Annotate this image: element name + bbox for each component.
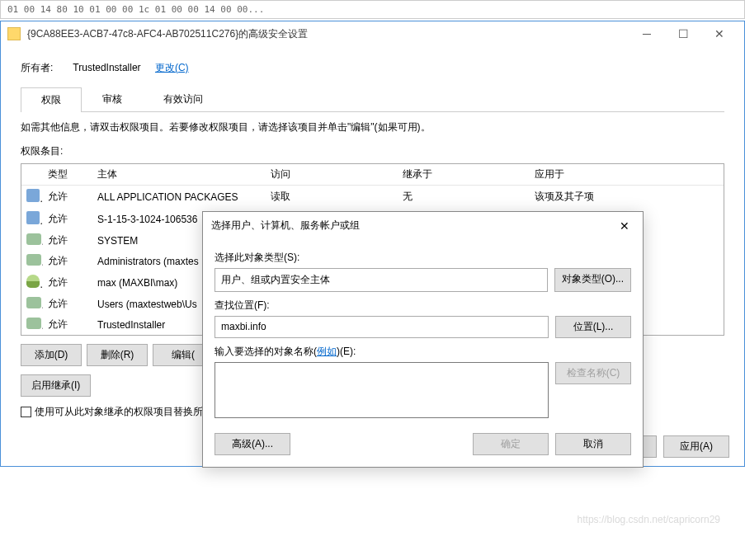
object-names-label: 输入要选择的对象名称(例如)(E): xyxy=(215,345,631,359)
close-button[interactable]: ✕ xyxy=(701,21,738,46)
window-title: {9CA88EE3-ACB7-47c8-AFC4-AB702511C276}的高… xyxy=(27,27,629,41)
advanced-button[interactable]: 高级(A)... xyxy=(215,433,290,455)
location-label: 查找位置(F): xyxy=(215,299,631,313)
change-owner-link[interactable]: 更改(C) xyxy=(155,62,189,73)
owner-value: TrustedInstaller xyxy=(73,62,140,73)
dialog-footer: 高级(A)... 确定 取消 xyxy=(215,433,631,455)
col-principal[interactable]: 主体 xyxy=(92,164,266,185)
dialog-titlebar: 选择用户、计算机、服务帐户或组 ✕ xyxy=(203,212,643,239)
object-type-label: 选择此对象类型(S): xyxy=(215,251,631,265)
col-access[interactable]: 访问 xyxy=(266,164,398,185)
cell-principal: ALL APPLICATION PACKAGES xyxy=(92,188,266,206)
cell-type: 允许 xyxy=(43,294,92,314)
col-icon xyxy=(21,164,43,185)
cell-access: 读取 xyxy=(266,186,398,207)
principal-icon xyxy=(26,233,41,245)
examples-link[interactable]: 例如 xyxy=(317,346,337,357)
principal-icon xyxy=(26,211,40,224)
dialog-title: 选择用户、计算机、服务帐户或组 xyxy=(211,219,615,233)
col-inherit[interactable]: 继承于 xyxy=(398,164,530,185)
table-row[interactable]: 允许ALL APPLICATION PACKAGES读取无该项及其子项 xyxy=(21,186,724,208)
apply-button[interactable]: 应用(A) xyxy=(663,435,729,458)
select-users-dialog: 选择用户、计算机、服务帐户或组 ✕ 选择此对象类型(S): 用户、组或内置安全主… xyxy=(202,211,644,467)
cell-inherit: 无 xyxy=(398,186,530,207)
tabs: 权限 审核 有效访问 xyxy=(21,87,724,112)
cell-type: 允许 xyxy=(43,230,92,251)
principal-icon xyxy=(26,254,41,266)
tab-effective-access[interactable]: 有效访问 xyxy=(143,87,224,111)
object-names-input[interactable] xyxy=(215,362,549,418)
remove-button[interactable]: 删除(R) xyxy=(87,344,148,366)
location-field: maxbi.info xyxy=(215,316,549,338)
check-names-button[interactable]: 检查名称(C) xyxy=(555,362,631,384)
background-strip: 01 00 14 80 10 01 00 00 1c 01 00 00 14 0… xyxy=(0,0,745,19)
principal-icon xyxy=(26,297,41,308)
enable-inherit-button[interactable]: 启用继承(I) xyxy=(21,374,91,397)
cell-type: 允许 xyxy=(43,272,92,293)
cell-type: 允许 xyxy=(43,209,92,229)
col-type[interactable]: 类型 xyxy=(43,164,92,185)
col-apply[interactable]: 应用于 xyxy=(530,164,724,185)
add-button[interactable]: 添加(D) xyxy=(21,344,82,366)
dialog-cancel-button[interactable]: 取消 xyxy=(555,433,631,455)
cell-type: 允许 xyxy=(43,251,92,271)
table-header: 类型 主体 访问 继承于 应用于 xyxy=(21,164,724,186)
object-types-button[interactable]: 对象类型(O)... xyxy=(554,268,631,292)
help-text: 如需其他信息，请双击权限项目。若要修改权限项目，请选择该项目并单击"编辑"(如果… xyxy=(21,120,724,134)
owner-label: 所有者: xyxy=(21,61,70,75)
cell-apply: 该项及其子项 xyxy=(530,186,724,207)
tab-audit[interactable]: 审核 xyxy=(82,87,143,111)
dialog-body: 选择此对象类型(S): 用户、组或内置安全主体 对象类型(O)... 查找位置(… xyxy=(203,239,643,467)
titlebar: {9CA88EE3-ACB7-47c8-AFC4-AB702511C276}的高… xyxy=(1,21,744,46)
entries-label: 权限条目: xyxy=(21,144,724,158)
principal-icon xyxy=(26,275,40,288)
cell-type: 允许 xyxy=(43,314,92,335)
window-controls: ─ ☐ ✕ xyxy=(629,21,738,46)
principal-icon xyxy=(26,318,41,329)
tab-permissions[interactable]: 权限 xyxy=(21,87,82,112)
locations-button[interactable]: 位置(L)... xyxy=(555,316,631,338)
dialog-close-button[interactable]: ✕ xyxy=(615,219,634,233)
minimize-button[interactable]: ─ xyxy=(629,21,665,46)
object-type-field: 用户、组或内置安全主体 xyxy=(215,268,548,292)
owner-row: 所有者: TrustedInstaller 更改(C) xyxy=(21,61,724,75)
replace-children-checkbox[interactable] xyxy=(21,407,31,417)
maximize-button[interactable]: ☐ xyxy=(665,21,701,46)
folder-icon xyxy=(7,27,21,40)
cell-type: 允许 xyxy=(43,186,92,207)
principal-icon xyxy=(26,189,40,202)
dialog-ok-button[interactable]: 确定 xyxy=(473,433,549,455)
